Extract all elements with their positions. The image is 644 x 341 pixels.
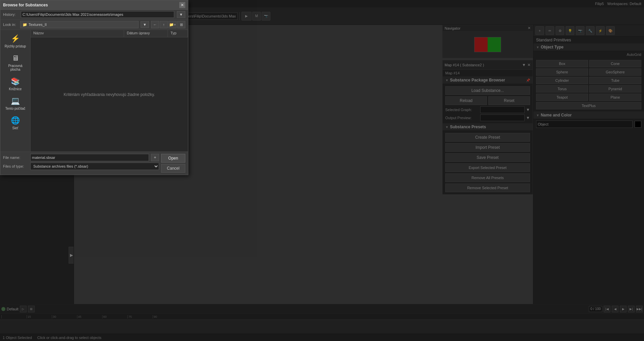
cancel-btn[interactable]: Cancel: [161, 164, 185, 173]
quick-access-icon: ⚡: [10, 34, 21, 43]
dialog-body: ⚡ Rýchly prístup 🖥 Pracovná plocha 📚 Kni…: [0, 30, 188, 151]
sidebar-quick-access[interactable]: ⚡ Rýchly prístup: [2, 33, 29, 49]
network-label: Sieť: [12, 126, 18, 130]
file-list-body[interactable]: Kritériám vyhľadávania nevyhovujú žiadne…: [31, 37, 188, 151]
filename-input[interactable]: [30, 154, 149, 161]
desktop-icon: 🖥: [10, 54, 21, 63]
lookin-dropdown-btn[interactable]: ▼: [141, 21, 149, 28]
open-btn[interactable]: Open: [161, 154, 185, 163]
folder-icon: 📁: [23, 23, 27, 27]
filetype-select[interactable]: Substance archives files (*.sbsar): [30, 163, 159, 170]
history-label: History:: [3, 12, 18, 16]
dialog-title: Browse for Substances: [3, 3, 48, 7]
sidebar-network[interactable]: 🌐 Sieť: [2, 114, 29, 131]
quick-access-label: Rýchly prístup: [5, 44, 26, 48]
lookin-folder-name: Textures_II: [29, 23, 47, 27]
history-input[interactable]: [21, 11, 174, 18]
lookin-path-display: 📁 Textures_II: [20, 21, 139, 28]
dialog-sidebar: ⚡ Rýchly prístup 🖥 Pracovná plocha 📚 Kni…: [0, 30, 31, 151]
col-type[interactable]: Typ: [168, 30, 188, 37]
sidebar-libraries[interactable]: 📚 Knižnice: [2, 75, 29, 92]
dialog-footer: File name: + Files of type: Substance ar…: [0, 151, 188, 175]
this-pc-icon: 💻: [10, 96, 21, 106]
col-name[interactable]: Názov: [31, 30, 124, 37]
history-dropdown-btn[interactable]: ▼: [177, 11, 185, 18]
dialog-history-bar: History: ▼: [0, 10, 188, 20]
network-icon: 🌐: [10, 116, 21, 125]
dialog-file-area: Názov Dátum úpravy Typ Kritériám vyhľadá…: [31, 30, 188, 151]
dialog-close-btn[interactable]: ✕: [179, 2, 185, 8]
this-pc-label: Tento počítač: [5, 107, 25, 110]
lookin-label: Look in:: [3, 23, 18, 27]
dialog-titlebar: Browse for Substances ✕: [0, 0, 188, 10]
lookin-back-btn[interactable]: ←: [151, 21, 159, 28]
filetype-row: Files of type: Substance archives files …: [3, 163, 159, 170]
filetype-label: Files of type:: [3, 164, 28, 168]
desktop-label: Pracovná plocha: [4, 64, 27, 71]
lookin-up-btn[interactable]: ↑: [160, 21, 168, 28]
lookin-view-btn[interactable]: ⊞: [177, 21, 185, 28]
libraries-label: Knižnice: [9, 87, 22, 91]
browse-dialog: Browse for Substances ✕ History: ▼ Look …: [0, 0, 188, 175]
filename-row: File name: +: [3, 154, 159, 161]
file-list-header: Názov Dátum úpravy Typ: [31, 30, 188, 37]
sidebar-desktop[interactable]: 🖥 Pracovná plocha: [2, 52, 29, 73]
col-date[interactable]: Dátum úpravy: [124, 30, 168, 37]
dialog-action-btns: Open Cancel: [161, 154, 185, 173]
sidebar-this-pc[interactable]: 💻 Tento počítač: [2, 95, 29, 112]
lookin-btn-group: ← ↑ 📁+ ⊞: [151, 21, 185, 28]
lookin-new-folder-btn[interactable]: 📁+: [168, 21, 177, 28]
libraries-icon: 📚: [10, 77, 21, 86]
dialog-lookin-bar: Look in: 📁 Textures_II ▼ ← ↑ 📁+ ⊞: [0, 20, 188, 30]
plus-btn[interactable]: +: [151, 154, 159, 161]
filename-label: File name:: [3, 156, 28, 160]
empty-message: Kritériám vyhľadávania nevyhovujú žiadne…: [64, 92, 155, 97]
